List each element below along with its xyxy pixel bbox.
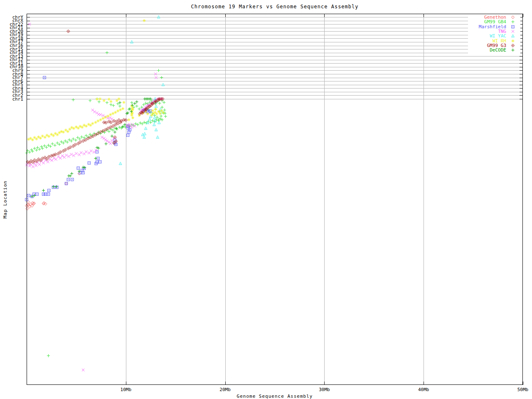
data-point bbox=[131, 116, 134, 119]
data-point bbox=[51, 142, 54, 145]
data-point bbox=[45, 146, 48, 149]
data-point bbox=[96, 98, 99, 101]
data-point bbox=[69, 146, 72, 149]
data-point bbox=[57, 152, 60, 155]
data-point bbox=[42, 193, 44, 195]
data-point bbox=[85, 134, 88, 137]
series-marshfield bbox=[25, 109, 152, 201]
data-point bbox=[164, 115, 167, 118]
x-axis-label: Genome Sequence Assembly bbox=[27, 394, 523, 399]
data-point bbox=[131, 40, 133, 43]
data-point bbox=[59, 150, 62, 154]
data-point bbox=[32, 165, 34, 168]
data-point bbox=[47, 160, 49, 163]
data-point bbox=[156, 136, 159, 139]
data-point bbox=[160, 118, 163, 121]
data-point bbox=[127, 118, 130, 121]
data-point bbox=[158, 118, 160, 121]
data-point bbox=[62, 149, 65, 153]
data-point bbox=[97, 131, 100, 133]
data-point bbox=[31, 138, 34, 141]
data-point bbox=[67, 155, 70, 158]
data-point bbox=[26, 207, 29, 210]
data-point bbox=[48, 189, 50, 192]
data-point bbox=[58, 143, 61, 146]
data-point bbox=[47, 135, 50, 138]
data-point bbox=[108, 98, 111, 101]
data-point bbox=[160, 115, 163, 118]
data-point bbox=[44, 193, 47, 195]
legend-entry-marshfield: Marshfield bbox=[468, 25, 520, 29]
data-point bbox=[44, 159, 47, 162]
data-point bbox=[138, 114, 140, 117]
data-point bbox=[95, 149, 97, 151]
data-point bbox=[88, 162, 90, 164]
data-point bbox=[131, 108, 134, 111]
x-tick-label-10Mb: 10Mb bbox=[121, 387, 132, 392]
legend-marker-icon bbox=[506, 25, 519, 29]
data-point bbox=[91, 122, 94, 125]
data-point bbox=[65, 182, 67, 185]
data-point bbox=[47, 193, 49, 195]
data-point bbox=[143, 121, 145, 124]
data-point bbox=[119, 162, 122, 165]
data-point bbox=[29, 137, 32, 140]
data-point bbox=[60, 130, 63, 133]
data-point bbox=[121, 107, 124, 110]
data-point bbox=[113, 131, 116, 133]
data-point bbox=[70, 172, 73, 175]
data-point bbox=[74, 143, 77, 146]
data-point bbox=[97, 147, 100, 150]
x-tick-label-40Mb: 40Mb bbox=[418, 387, 429, 392]
data-point bbox=[108, 130, 111, 133]
data-point bbox=[64, 148, 67, 152]
legend-marker-icon bbox=[506, 39, 519, 43]
data-point bbox=[62, 131, 65, 133]
legend-marker-icon bbox=[506, 34, 519, 38]
data-point bbox=[138, 108, 140, 111]
y-axis-label: Map Location bbox=[2, 172, 8, 227]
legend-entry-decode: DeCODE bbox=[468, 48, 520, 52]
data-point bbox=[67, 147, 70, 150]
data-point bbox=[33, 158, 36, 162]
data-point bbox=[106, 101, 108, 104]
x-tick-label-20Mb: 20Mb bbox=[219, 387, 231, 392]
data-point bbox=[157, 15, 160, 18]
data-point bbox=[72, 154, 75, 157]
data-point bbox=[163, 108, 166, 111]
data-point bbox=[155, 128, 158, 131]
legend-marker-icon bbox=[506, 15, 519, 20]
data-point bbox=[43, 144, 46, 147]
data-point bbox=[77, 167, 79, 169]
data-point bbox=[114, 111, 117, 114]
data-point bbox=[96, 146, 99, 149]
data-point bbox=[72, 127, 75, 130]
data-point bbox=[135, 105, 138, 108]
data-point bbox=[89, 99, 91, 102]
data-point bbox=[131, 101, 133, 104]
data-point bbox=[164, 112, 167, 115]
data-point bbox=[115, 127, 118, 130]
data-point bbox=[118, 105, 121, 108]
data-point bbox=[99, 160, 101, 163]
data-point bbox=[82, 369, 84, 371]
data-point bbox=[78, 138, 81, 140]
data-point bbox=[111, 139, 113, 142]
data-point bbox=[57, 155, 59, 158]
gridlines bbox=[27, 14, 523, 385]
data-point bbox=[38, 148, 41, 151]
data-point bbox=[158, 121, 160, 124]
chart-root: Chromosome 19 Markers vs Genome Sequence… bbox=[0, 0, 532, 399]
data-point bbox=[155, 116, 158, 118]
data-point bbox=[28, 150, 31, 153]
axis-ticks bbox=[27, 14, 523, 385]
plot-border bbox=[27, 14, 523, 385]
data-point bbox=[79, 140, 82, 144]
data-point bbox=[36, 193, 38, 195]
data-point bbox=[76, 142, 80, 145]
legend-entry-wi-yac: WI YAC bbox=[468, 34, 520, 38]
data-point bbox=[131, 126, 133, 128]
data-point bbox=[109, 142, 112, 145]
chromosome-row-points bbox=[28, 15, 165, 86]
data-point bbox=[112, 104, 115, 107]
